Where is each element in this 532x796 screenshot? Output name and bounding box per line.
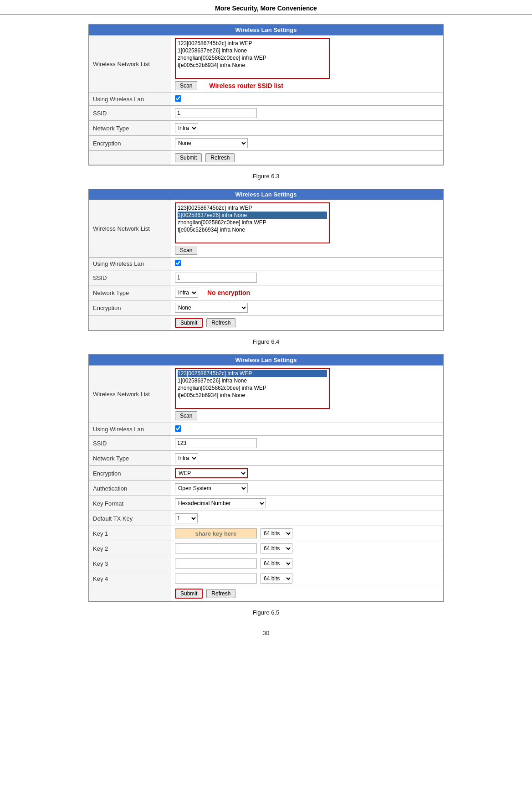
network-type-label-65: Network Type (89, 451, 171, 466)
figure63-panel: Wireless Lan Settings Wireless Network L… (88, 24, 444, 165)
scan-row-64: Scan (175, 246, 439, 255)
encryption-cell-64: None (171, 300, 443, 315)
table-row: Authetication Open System (89, 481, 443, 496)
authentication-cell-65: Open System (171, 481, 443, 496)
network-type-select-64[interactable]: Infra (175, 288, 198, 298)
key3-label-65: Key 3 (89, 556, 171, 571)
key2-input-65[interactable] (175, 543, 257, 553)
table-row: Key 1 64 bits (89, 526, 443, 541)
key1-input-65[interactable] (175, 528, 257, 538)
table-row: Wireless Network List 123[002586745b2c] … (89, 36, 443, 93)
network-type-cell-64: Infra No encryption (171, 285, 443, 300)
authentication-select-65[interactable]: Open System (175, 483, 248, 493)
default-tx-select-65[interactable]: 1 (175, 513, 198, 523)
network-list-box-64[interactable]: 123[002586745b2c] infra WEP 1[00258637ee… (175, 202, 330, 243)
key4-bits-select-65[interactable]: 64 bits (261, 574, 292, 584)
key-format-select-65[interactable]: Hexadecimal Number (175, 498, 266, 508)
using-wireless-checkbox-64[interactable] (175, 260, 181, 266)
submit-button-63[interactable]: Submit (175, 153, 202, 162)
action-cell-64: Submit Refresh (171, 315, 443, 331)
action-cell-63: Submit Refresh (171, 151, 443, 165)
list-item-selected-65[interactable]: 123[002586745b2c] infra WEP (178, 370, 327, 377)
ssid-list-label-63: Wireless router SSID list (209, 82, 283, 89)
key-format-label-65: Key Format (89, 496, 171, 511)
table-row: Encryption None (89, 136, 443, 151)
table-row: Wireless Network List 123[002586745b2c] … (89, 200, 443, 258)
ssid-input-63[interactable] (175, 108, 257, 118)
network-type-select-65[interactable]: Infra (175, 453, 198, 463)
ssid-label-65: SSID (89, 436, 171, 451)
table-row: SSID (89, 270, 443, 285)
no-encryption-label-64: No encryption (207, 289, 250, 296)
list-item[interactable]: 123[002586745b2c] infra WEP (178, 40, 327, 47)
network-type-cell-63: Infra (171, 121, 443, 136)
network-type-label-63: Network Type (89, 121, 171, 136)
submit-button-64[interactable]: Submit (175, 318, 203, 328)
ssid-cell-64 (171, 270, 443, 285)
scan-button-65[interactable]: Scan (175, 411, 197, 420)
key4-input-65[interactable] (175, 574, 257, 584)
table-row: Submit Refresh (89, 151, 443, 165)
table-row: Network Type Infra (89, 121, 443, 136)
key4-cell-65: 64 bits (171, 571, 443, 586)
network-list-label-64: Wireless Network List (89, 200, 171, 258)
table-row: Key 3 64 bits (89, 556, 443, 571)
table-row: Encryption None (89, 300, 443, 315)
using-wireless-checkbox-65[interactable] (175, 425, 181, 432)
table-row: Default TX Key 1 (89, 511, 443, 526)
list-item[interactable]: zhonglian[0025862c0bee] infra WEP (178, 384, 327, 392)
using-wireless-label-64: Using Wireless Lan (89, 258, 171, 270)
encryption-select-65[interactable]: WEP (175, 468, 248, 478)
using-wireless-checkbox-63[interactable] (175, 95, 181, 102)
network-type-select-63[interactable]: Infra (175, 123, 198, 133)
refresh-button-64[interactable]: Refresh (206, 318, 235, 327)
table-row: Wireless Network List 123[002586745b2c] … (89, 366, 443, 423)
key1-bits-select-65[interactable]: 64 bits (261, 528, 292, 538)
list-item[interactable]: zhonglian[0025862c0bee] infra WEP (178, 219, 327, 226)
ssid-label-63: SSID (89, 106, 171, 121)
network-list-cell-64: 123[002586745b2c] infra WEP 1[00258637ee… (171, 200, 443, 258)
ssid-cell-63 (171, 106, 443, 121)
network-list-cell-65: 123[002586745b2c] infra WEP 1[00258637ee… (171, 366, 443, 423)
list-item[interactable]: zhonglian[0025862c0bee] infra WEP (178, 54, 327, 62)
key3-bits-select-65[interactable]: 64 bits (261, 558, 292, 569)
table-row: SSID (89, 106, 443, 121)
ssid-cell-65 (171, 436, 443, 451)
table-row: Submit Refresh (89, 315, 443, 331)
header-title: More Security, More Convenience (215, 5, 317, 12)
key3-input-65[interactable] (175, 558, 257, 569)
figure63-table: Wireless Network List 123[002586745b2c] … (89, 35, 443, 165)
network-list-label: Wireless Network List (89, 36, 171, 93)
refresh-button-63[interactable]: Refresh (205, 153, 235, 162)
action-row-64: Submit Refresh (175, 318, 439, 328)
figure65-panel: Wireless Lan Settings Wireless Network L… (88, 354, 444, 602)
using-wireless-cell-65 (171, 423, 443, 436)
action-row-63: Submit Refresh (175, 153, 439, 162)
ssid-input-64[interactable] (175, 273, 257, 283)
list-item-selected[interactable]: 1[00258637ee26] infra None (178, 212, 327, 219)
list-item[interactable]: t[e005c52b6934] infra None (178, 62, 327, 69)
encryption-cell-63: None (171, 136, 443, 151)
table-row: SSID (89, 436, 443, 451)
table-row: Key Format Hexadecimal Number (89, 496, 443, 511)
list-item[interactable]: t[e005c52b6934] infra None (178, 226, 327, 233)
default-tx-cell-65: 1 (171, 511, 443, 526)
encryption-select-63[interactable]: None (175, 138, 248, 148)
ssid-input-65[interactable] (175, 438, 257, 448)
submit-button-65[interactable]: Submit (175, 589, 203, 599)
scan-button-63[interactable]: Scan (175, 81, 197, 90)
list-item[interactable]: 1[00258637ee26] infra None (178, 377, 327, 384)
scan-button-64[interactable]: Scan (175, 246, 197, 255)
list-item[interactable]: 123[002586745b2c] infra WEP (178, 204, 327, 212)
key-format-cell-65: Hexadecimal Number (171, 496, 443, 511)
refresh-button-65[interactable]: Refresh (206, 589, 235, 598)
network-list-box-65[interactable]: 123[002586745b2c] infra WEP 1[00258637ee… (175, 368, 330, 409)
action-row-65: Submit Refresh (175, 589, 439, 599)
list-item[interactable]: 1[00258637ee26] infra None (178, 47, 327, 54)
table-row: Key 4 64 bits (89, 571, 443, 586)
encryption-select-64[interactable]: None (175, 303, 248, 313)
figure64-table: Wireless Network List 123[002586745b2c] … (89, 200, 443, 331)
key2-bits-select-65[interactable]: 64 bits (261, 543, 292, 553)
list-item[interactable]: t[e005c52b6934] infra None (178, 392, 327, 399)
network-list-box-63[interactable]: 123[002586745b2c] infra WEP 1[00258637ee… (175, 38, 330, 79)
